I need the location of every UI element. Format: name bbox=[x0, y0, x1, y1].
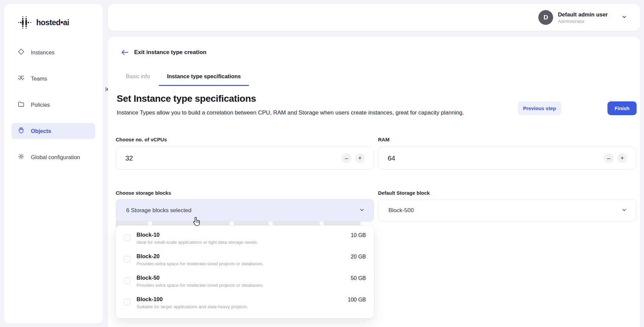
gear-icon bbox=[17, 153, 25, 161]
tab-basic-info[interactable]: Basic info bbox=[119, 73, 156, 86]
option-description: Suitable for larger applications and dat… bbox=[137, 304, 366, 309]
chevron-down-icon bbox=[621, 207, 627, 214]
default-storage-select[interactable]: Block-500 bbox=[378, 199, 636, 222]
tab-instance-type-specifications[interactable]: Instance type specifications bbox=[159, 73, 249, 86]
arrow-left-icon bbox=[121, 49, 129, 56]
sidebar-item-instances[interactable]: Instances bbox=[11, 44, 95, 60]
checkbox-unchecked[interactable] bbox=[124, 277, 130, 284]
sidebar-item-policies[interactable]: Policies bbox=[11, 97, 95, 113]
sidebar-item-label: Global configuration bbox=[31, 154, 80, 160]
vcpu-label: Choose no. of vCPUs bbox=[116, 137, 167, 142]
sidebar-item-label: Teams bbox=[31, 76, 47, 82]
option-name: Block-10 bbox=[137, 232, 366, 238]
storage-option-block-200[interactable]: Block-200 200 GB bbox=[116, 314, 374, 318]
vcpu-field[interactable]: 32 – + bbox=[116, 147, 374, 170]
user-role: Administrator bbox=[558, 19, 608, 24]
option-size: 20 GB bbox=[351, 254, 366, 260]
diamond-icon bbox=[17, 48, 25, 57]
vcpu-decrement-button[interactable]: – bbox=[341, 153, 352, 163]
ram-value[interactable]: 64 bbox=[378, 154, 395, 162]
sidebar-item-teams[interactable]: Teams bbox=[11, 71, 95, 87]
exit-creation-link[interactable]: Exit instance type creation bbox=[121, 49, 206, 56]
storage-blocks-select[interactable]: 6 Storage blocks selected bbox=[116, 199, 374, 222]
ram-field[interactable]: 64 – + bbox=[378, 147, 636, 170]
option-name: Block-20 bbox=[137, 253, 366, 260]
previous-step-button[interactable]: Previous step bbox=[518, 101, 561, 115]
users-icon bbox=[17, 74, 25, 83]
vcpu-increment-button[interactable]: + bbox=[355, 153, 365, 163]
option-size: 10 GB bbox=[351, 232, 366, 238]
sidebar-item-label: Policies bbox=[31, 102, 50, 108]
sidebar-item-label: Instances bbox=[31, 49, 55, 56]
option-name: Block-50 bbox=[137, 275, 366, 281]
top-bar: D Default admin user Administrator bbox=[108, 4, 640, 31]
page-subtitle: Instance Types allow you to build a corr… bbox=[117, 109, 464, 116]
storage-option-block-100[interactable]: Block-100 Suitable for larger applicatio… bbox=[116, 293, 374, 314]
default-storage-selected-value: Block-500 bbox=[378, 207, 414, 214]
storage-option-block-20[interactable]: Block-20 Provides extra space for modera… bbox=[116, 250, 374, 271]
user-name: Default admin user bbox=[558, 11, 608, 18]
option-size: 100 GB bbox=[348, 297, 366, 303]
ram-increment-button[interactable]: + bbox=[617, 153, 627, 163]
page-title: Set Instance type specifications bbox=[117, 93, 256, 104]
chevron-down-icon bbox=[359, 207, 365, 214]
storage-blocks-dropdown: Block-10 Ideal for small-scale applicati… bbox=[116, 226, 374, 318]
checkbox-unchecked[interactable] bbox=[124, 299, 130, 306]
sidebar-item-objects[interactable]: Objects bbox=[11, 123, 95, 139]
sidebar-item-label: Objects bbox=[31, 128, 51, 134]
option-name: Block-100 bbox=[137, 296, 366, 302]
default-storage-label: Default Storage block bbox=[378, 190, 430, 196]
ram-label: RAM bbox=[378, 137, 389, 142]
storage-option-block-10[interactable]: Block-10 Ideal for small-scale applicati… bbox=[116, 228, 374, 250]
storage-option-block-50[interactable]: Block-50 Provides extra space for modera… bbox=[116, 271, 374, 293]
ram-decrement-button[interactable]: – bbox=[604, 153, 614, 163]
option-description: Provides extra space for moderate-sized … bbox=[137, 261, 366, 266]
bucket-icon bbox=[17, 127, 25, 135]
storage-blocks-label: Choose storage blocks bbox=[116, 190, 171, 196]
checkbox-unchecked[interactable] bbox=[124, 256, 130, 263]
chevron-down-icon bbox=[621, 14, 627, 21]
option-size: 50 GB bbox=[351, 275, 366, 281]
vcpu-value[interactable]: 32 bbox=[116, 154, 133, 162]
checkbox-unchecked[interactable] bbox=[124, 234, 130, 241]
storage-blocks-selected-value: 6 Storage blocks selected bbox=[116, 207, 192, 214]
option-description: Provides extra space for moderate-sized … bbox=[137, 283, 366, 288]
sidebar-item-global-configuration[interactable]: Global configuration bbox=[11, 149, 95, 165]
option-name: Block-200 bbox=[137, 318, 366, 318]
sidebar-nav: Instances Teams Policies bbox=[4, 44, 103, 165]
exit-creation-label: Exit instance type creation bbox=[134, 49, 206, 56]
brand-name: hosted•ai bbox=[36, 18, 69, 27]
tab-bar: Basic info Instance type specifications bbox=[117, 73, 249, 86]
brand-dots-icon bbox=[17, 15, 33, 30]
avatar: D bbox=[538, 10, 553, 25]
option-description: Ideal for small-scale applications or li… bbox=[137, 240, 366, 245]
brand-logo: hosted•ai bbox=[4, 4, 103, 30]
user-menu[interactable]: D Default admin user Administrator bbox=[538, 4, 627, 31]
finish-button[interactable]: Finish bbox=[607, 101, 637, 115]
sidebar: hosted•ai Instances Teams bbox=[4, 4, 103, 324]
folder-icon bbox=[17, 100, 25, 109]
